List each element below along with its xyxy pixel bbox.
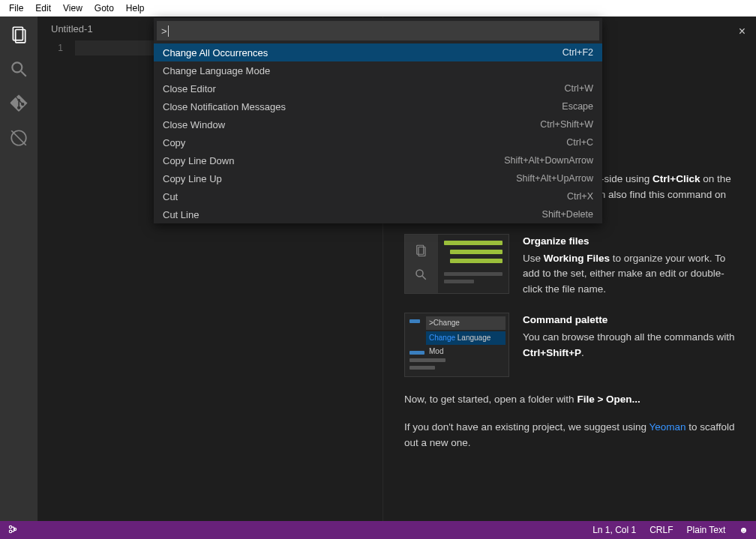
menu-edit[interactable]: Edit xyxy=(29,1,57,15)
status-left-icon[interactable] xyxy=(8,524,18,537)
status-bar: Ln 1, Col 1 CRLF Plain Text ☻ xyxy=(0,521,756,539)
menu-view[interactable]: View xyxy=(57,1,88,15)
menu-help[interactable]: Help xyxy=(120,1,151,15)
status-feedback-icon[interactable]: ☻ xyxy=(739,525,748,535)
close-icon[interactable]: × xyxy=(739,22,746,41)
welcome-get-started-2: If you don't have an existing project, w… xyxy=(404,420,741,451)
explorer-icon[interactable] xyxy=(8,24,29,45)
svg-point-10 xyxy=(9,526,12,529)
command-palette-item[interactable]: Close Notification MessagesEscape xyxy=(154,97,602,115)
feature-body: Use Working Files to organize your work.… xyxy=(523,251,741,298)
command-palette-item[interactable]: Close EditorCtrl+W xyxy=(154,79,602,97)
search-icon[interactable] xyxy=(8,58,29,79)
svg-line-3 xyxy=(21,71,26,76)
command-palette-item[interactable]: CutCtrl+X xyxy=(154,187,602,205)
command-palette-item[interactable]: Change Language Mode xyxy=(154,61,602,79)
menu-goto[interactable]: Goto xyxy=(88,1,120,15)
command-palette-item[interactable]: CopyCtrl+C xyxy=(154,133,602,151)
svg-point-8 xyxy=(416,270,423,277)
feature-title: Organize files xyxy=(523,234,741,250)
feature-body: You can browse through all the commands … xyxy=(523,330,741,361)
thumb-command-palette: >Change Change Language Mod xyxy=(404,313,509,377)
activity-bar xyxy=(0,16,38,521)
command-palette-item[interactable]: Close WindowCtrl+Shift+W xyxy=(154,115,602,133)
svg-point-2 xyxy=(12,62,22,72)
feature-title: Command palette xyxy=(523,313,741,328)
command-palette-item[interactable]: Change All OccurrencesCtrl+F2 xyxy=(154,43,602,61)
status-language[interactable]: Plain Text xyxy=(687,525,726,535)
thumb-organize xyxy=(404,234,509,294)
menu-file[interactable]: File xyxy=(3,1,29,15)
status-ln-col[interactable]: Ln 1, Col 1 xyxy=(592,525,636,535)
status-eol[interactable]: CRLF xyxy=(650,525,673,535)
command-palette: > Change All OccurrencesCtrl+F2Change La… xyxy=(154,18,602,223)
command-palette-item[interactable]: Copy Line DownShift+Alt+DownArrow xyxy=(154,151,602,169)
editor-tab[interactable]: Untitled-1 xyxy=(51,23,93,34)
yeoman-link[interactable]: Yeoman xyxy=(650,421,686,433)
command-palette-item[interactable]: Cut LineShift+Delete xyxy=(154,205,602,223)
line-number: 1 xyxy=(38,40,75,55)
welcome-get-started-1: Now, to get started, open a folder with … xyxy=(404,392,741,408)
svg-line-9 xyxy=(422,276,426,280)
menubar: File Edit View Goto Help xyxy=(0,0,756,16)
command-palette-item[interactable]: Copy Line UpShift+Alt+UpArrow xyxy=(154,169,602,187)
command-palette-input[interactable]: > xyxy=(157,21,599,40)
debug-icon[interactable] xyxy=(8,127,29,148)
git-icon[interactable] xyxy=(8,93,29,114)
svg-point-11 xyxy=(9,530,12,533)
